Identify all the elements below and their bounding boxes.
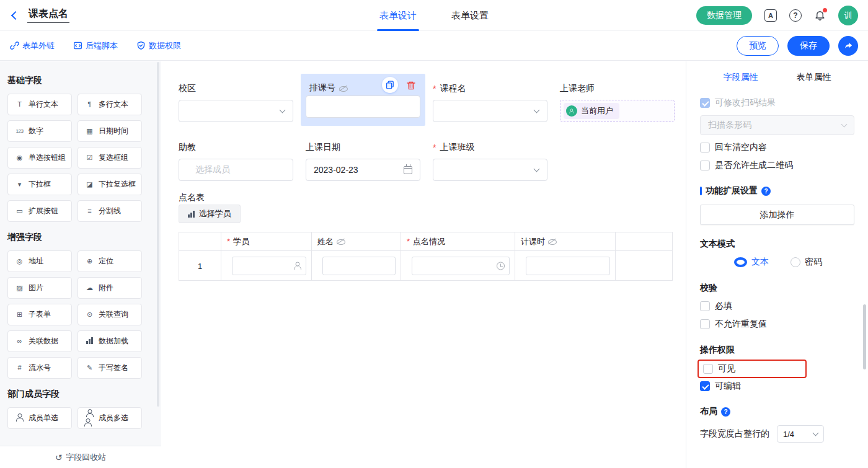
editable-checkbox[interactable] [700,381,710,391]
save-button[interactable]: 保存 [787,36,830,56]
field-item-multi-line-text[interactable]: ¶多行文本 [78,94,142,115]
modify-scan-checkbox[interactable] [700,98,710,108]
toolbar-right: 预览 保存 [737,36,858,56]
section-accent-bar [700,187,702,195]
student-cell [221,251,312,281]
help-icon[interactable] [789,9,802,22]
field-item-image[interactable]: ▨图片 [7,277,72,299]
field-item-checkbox-group[interactable]: ☑复选框组 [78,147,142,169]
subform-label: 点名表 [179,192,205,203]
text-mode-title: 文本模式 [700,239,854,250]
clear-on-enter-checkbox[interactable] [700,143,710,152]
field-item-subform[interactable]: ⊞子表单 [7,304,72,325]
kechengming-select[interactable] [433,100,547,122]
field-item-location[interactable]: ⊕定位 [78,250,142,272]
field-item-serial-number[interactable]: #流水号 [7,357,72,379]
copy-field-button[interactable] [382,77,398,93]
visible-checkbox[interactable] [703,364,713,374]
field-item-radio-group[interactable]: ◉单选按钮组 [7,147,72,169]
text-radio[interactable] [734,257,747,267]
notification-bell[interactable] [814,9,826,22]
barcode-select[interactable]: 扫描条形码 [700,115,854,135]
shangkebanji-select[interactable] [433,159,547,181]
panel-scrollbar[interactable] [863,304,866,369]
name-input[interactable] [322,257,396,275]
field-item-datetime[interactable]: ▦日期时间 [78,120,142,142]
field-item-member-single[interactable]: 成员单选 [7,407,72,429]
user-avatar[interactable]: 训 [838,6,858,25]
option-no-duplicate: 不允许重复值 [700,319,854,330]
help-circle-icon[interactable] [721,407,730,417]
allow-qrcode-checkbox[interactable] [700,161,710,170]
field-item-number[interactable]: 123数字 [7,120,72,142]
field-item-signature[interactable]: ✎手写签名 [78,357,142,379]
data-permission-link[interactable]: 数据权限 [136,40,181,51]
paikehao-input[interactable] [306,95,420,118]
add-action-button[interactable]: 添加操作 [700,205,854,225]
sidebar-scrollbar[interactable] [157,62,159,407]
field-recycle-bin[interactable]: ↺ 字段回收站 [0,446,161,468]
header-extra-cell [616,232,673,250]
back-icon[interactable] [11,11,20,19]
delete-field-button[interactable] [405,80,417,91]
share-button[interactable] [838,36,858,56]
tab-form-settings[interactable]: 表单设置 [451,0,489,31]
field-item-divider[interactable]: ≡分割线 [78,200,142,222]
attendance-cell [401,251,515,281]
password-radio[interactable] [790,257,800,267]
text-mode-options: 文本 密码 [700,257,854,268]
field-item-single-line-text[interactable]: T单行文本 [7,94,72,115]
current-user-tag[interactable]: 当前用户 [564,103,619,119]
field-item-label: 成员单选 [29,413,58,423]
attendance-input[interactable] [412,257,510,275]
select-students-button[interactable]: 选择学员 [179,205,241,223]
field-label: 上课班级 [440,142,474,153]
language-icon[interactable] [764,9,777,22]
dropdown-multi-icon: ◪ [84,181,95,188]
section-title: 操作权限 [700,345,735,356]
property-panel: 字段属性 表单属性 可修改扫码结果 扫描条形码 回车清空内容 是否允许生成二维码… [686,61,868,468]
preview-button[interactable]: 预览 [737,36,779,56]
header-left: 课表点名 [0,7,69,23]
student-input[interactable] [232,257,306,275]
date-input[interactable]: 2023-02-23 [306,159,420,181]
page-title[interactable]: 课表点名 [27,7,69,23]
tab-field-properties[interactable]: 字段属性 [724,72,758,83]
form-design-canvas[interactable]: 排课号 校区 *课程名 上课老师 当前用户 助教 选择成员 上课日期 [161,61,686,468]
option-label: 可编辑 [715,381,741,392]
hours-input[interactable] [526,257,610,275]
tab-form-properties[interactable]: 表单属性 [797,72,831,83]
field-item-dropdown[interactable]: ▾下拉框 [7,174,72,195]
teacher-member-picker[interactable]: 当前用户 [560,100,675,122]
section-title: 文本模式 [700,239,735,250]
bar-chart-icon [84,337,95,345]
required-checkbox[interactable] [700,301,710,311]
zhujiao-member-input[interactable]: 选择成员 [179,159,293,181]
field-item-address[interactable]: ◎地址 [7,250,72,272]
validation-title: 校验 [700,283,854,294]
field-item-data-load[interactable]: 数据加载 [78,330,142,352]
form-external-link[interactable]: 表单外链 [10,40,55,51]
section-title: 功能扩展设置 [706,185,758,196]
tab-form-design[interactable]: 表单设计 [379,0,417,31]
person-icon [14,413,25,423]
field-paikehao-selected[interactable]: 排课号 [301,74,425,126]
field-item-attachment[interactable]: ☁附件 [78,277,142,299]
no-duplicate-checkbox[interactable] [700,319,710,329]
xiaoqu-select[interactable] [179,100,293,122]
field-item-dropdown-multi[interactable]: ◪下拉复选框 [78,174,142,195]
section-title-basic-fields: 基础字段 [7,75,154,86]
field-item-extend-button[interactable]: ▭扩展按钮 [7,200,72,222]
data-manage-button[interactable]: 数据管理 [696,6,752,25]
backend-script-link[interactable]: 后端脚本 [73,40,118,51]
section-title: 校验 [700,283,717,294]
chevron-down-icon [280,107,286,113]
field-shangkebanji: *上课班级 [433,141,547,181]
field-item-relation-query[interactable]: ⊙关联查询 [78,304,142,325]
member-fields-list: 成员单选 成员多选 [7,407,154,429]
field-item-relation-data[interactable]: ∞关联数据 [7,330,72,352]
field-width-select[interactable]: 1/4 [777,425,824,443]
field-item-label: 数据加载 [99,336,128,347]
field-item-member-multi[interactable]: 成员多选 [78,407,142,429]
help-circle-icon[interactable] [761,187,771,196]
